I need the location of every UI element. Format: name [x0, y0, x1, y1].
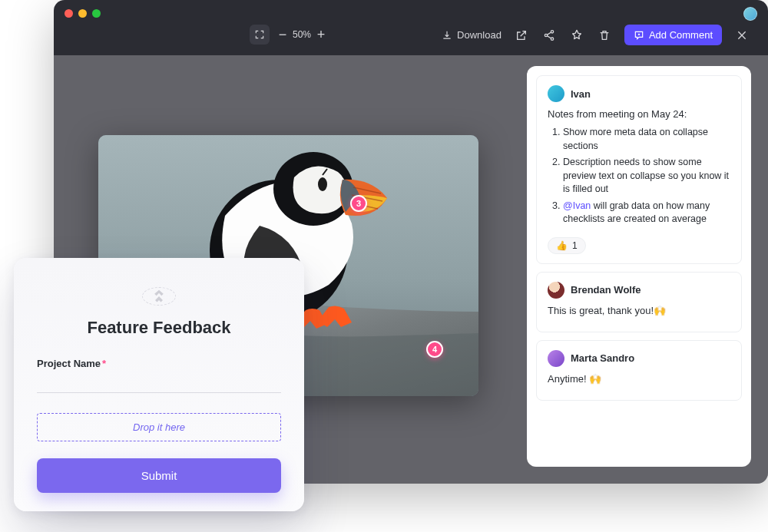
- pin-number: 3: [356, 199, 361, 208]
- annotation-pin[interactable]: 3: [350, 195, 367, 212]
- expand-icon: [254, 29, 265, 40]
- comment-list: Show more meta data on collapse sections…: [548, 126, 730, 226]
- comment-author: Marta Sandro: [571, 352, 634, 364]
- comment-list-item: Show more meta data on collapse sections: [563, 126, 730, 153]
- open-external-button[interactable]: [514, 28, 529, 43]
- avatar: [548, 85, 564, 102]
- add-comment-button[interactable]: Add Comment: [624, 25, 722, 45]
- mention[interactable]: @Ivan: [563, 200, 591, 211]
- project-name-input[interactable]: [37, 369, 281, 393]
- window-controls: [65, 9, 101, 18]
- user-avatar[interactable]: [743, 7, 757, 21]
- svg-point-6: [318, 177, 327, 191]
- comment-list-item: @Ivan will grab data on how many checkli…: [563, 200, 730, 226]
- annotation-pin[interactable]: 4: [426, 341, 443, 358]
- share-icon: [543, 29, 555, 41]
- comment-text: Anytime! 🙌: [548, 373, 730, 385]
- pin-icon: [571, 29, 583, 41]
- pin-number: 4: [432, 345, 437, 354]
- comment-author: Brendan Wolfe: [571, 284, 641, 296]
- comment-card[interactable]: Brendan Wolfe This is great, thank you!🙌: [536, 272, 742, 332]
- clickup-icon: [151, 289, 167, 304]
- pin-button[interactable]: [569, 28, 584, 43]
- close-preview-button[interactable]: [734, 28, 750, 43]
- file-dropzone[interactable]: Drop it here: [37, 413, 281, 441]
- comment-list-item: Description needs to show some preview t…: [563, 156, 730, 197]
- share-button[interactable]: [541, 28, 557, 43]
- reaction-pill[interactable]: 👍 1: [548, 237, 586, 254]
- zoom-level: 50%: [293, 29, 311, 40]
- toolbar: Download Add Comment: [442, 25, 750, 45]
- external-link-icon: [515, 29, 528, 41]
- comment-card[interactable]: Marta Sandro Anytime! 🙌: [536, 340, 742, 401]
- close-icon: [736, 29, 748, 41]
- window-minimize-icon[interactable]: [78, 9, 87, 18]
- add-comment-label: Add Comment: [649, 29, 713, 41]
- delete-button[interactable]: [597, 28, 612, 43]
- download-icon: [442, 30, 452, 41]
- required-mark: *: [102, 358, 106, 369]
- comment-plus-icon: [634, 30, 644, 41]
- window-close-icon[interactable]: [65, 9, 73, 18]
- download-label: Download: [457, 29, 502, 41]
- form-title: Feature Feedback: [37, 318, 281, 338]
- reaction-count: 1: [572, 240, 578, 251]
- comment-author: Ivan: [571, 88, 591, 100]
- avatar: [548, 350, 564, 367]
- reaction-emoji: 👍: [556, 240, 568, 251]
- comments-panel: Ivan Notes from meeting on May 24: Show …: [527, 66, 751, 467]
- zoom-out-button[interactable]: −: [277, 29, 288, 40]
- project-name-label: Project Name*: [37, 358, 281, 369]
- comment-intro: Notes from meeting on May 24:: [548, 108, 730, 120]
- comment-card[interactable]: Ivan Notes from meeting on May 24: Show …: [536, 75, 742, 264]
- trash-icon: [598, 29, 611, 41]
- window-maximize-icon[interactable]: [92, 9, 101, 18]
- download-button[interactable]: Download: [442, 29, 502, 41]
- zoom-controls: − 50% +: [250, 25, 326, 45]
- fullscreen-button[interactable]: [250, 25, 270, 45]
- zoom-in-button[interactable]: +: [316, 29, 326, 40]
- form-logo: [142, 287, 176, 306]
- feedback-form: Feature Feedback Project Name* Drop it h…: [14, 258, 304, 511]
- avatar: [548, 282, 564, 299]
- comment-text: This is great, thank you!🙌: [548, 305, 730, 316]
- submit-button[interactable]: Submit: [37, 458, 281, 493]
